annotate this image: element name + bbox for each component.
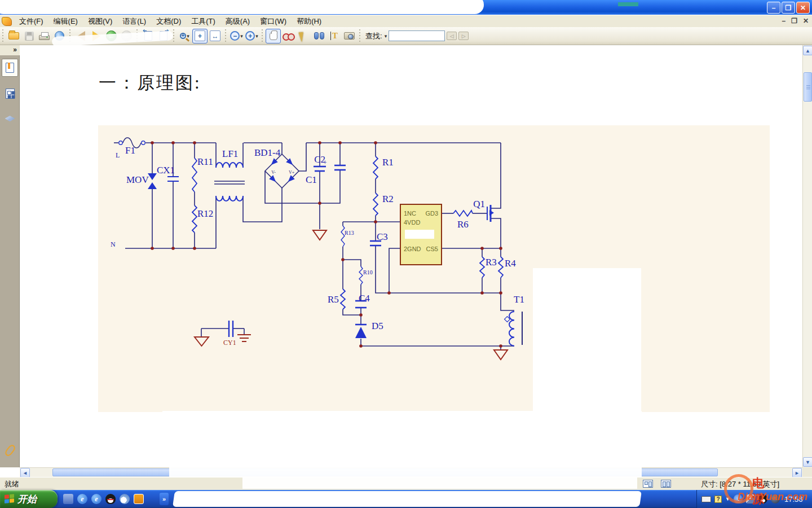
zoom-in-button[interactable]: +▾ [244,29,259,43]
svg-text:D5: D5 [372,321,383,331]
open-folder-icon [8,32,19,40]
svg-text:R5: R5 [328,294,339,305]
document-canvas[interactable]: 一：原理图: [20,45,802,467]
quicklaunch-notes-icon[interactable] [134,494,144,504]
vertical-scroll-thumb[interactable] [804,72,812,102]
snapshot-button[interactable] [342,29,357,43]
printer-icon [39,35,50,40]
window-close-button[interactable]: ✕ [796,2,810,14]
document-restore-button[interactable]: ❐ [791,17,797,25]
find-previous-button[interactable]: ◁ [447,32,457,40]
fit-page-button[interactable]: + [192,29,208,43]
start-button[interactable]: 开始 [0,490,58,508]
svg-text:LF1: LF1 [222,148,238,159]
svg-text:L: L [116,151,120,159]
hand-tool-button[interactable] [266,29,281,43]
menu-help[interactable]: 帮助(H) [292,15,326,28]
magnifier-icon [180,33,186,39]
scroll-down-button[interactable]: ▼ [803,457,812,467]
open-button[interactable] [6,29,21,43]
svg-text:GD3: GD3 [425,210,438,217]
find-input[interactable] [389,30,445,41]
menu-language[interactable]: 语言(L) [117,15,151,28]
menu-window[interactable]: 窗口(W) [255,15,292,28]
menu-document[interactable]: 文档(D) [151,15,186,28]
sidebar-expand-button[interactable]: » [0,45,20,55]
quicklaunch-browser2-icon[interactable]: e [91,494,102,504]
bookmarks-icon [6,63,14,73]
watermark-domain: DianYuan.com [738,491,807,503]
quicklaunch-messenger-icon[interactable] [63,494,73,504]
svg-text:Q1: Q1 [473,199,485,209]
sidebar-pages-tab[interactable] [2,85,18,103]
component-labels: L N F1 MOV CX1 R11 R12 LF1 BD1-4 C1 + C2… [111,145,524,347]
fit-width-button[interactable]: ↔ [208,29,223,43]
svg-text:R13: R13 [345,230,354,236]
dropdown-caret-icon[interactable]: ▾ [187,33,189,39]
sidebar-layers-tab[interactable] [2,110,18,128]
status-ready-text: 就绪 [5,479,19,489]
find-label: 查找: [365,31,382,41]
schematic-image: 1NC 4VDD 2GND GD3 CS5 [98,125,770,412]
select-tool-button[interactable] [296,29,311,43]
menu-file[interactable]: 文件(F) [14,15,48,28]
find-dropdown-caret-icon[interactable]: ▾ [385,33,387,39]
quicklaunch-browser-icon[interactable]: e [77,494,87,504]
save-floppy-icon [25,32,34,41]
text-select-icon: T [330,32,338,40]
zoom-out-button[interactable]: −▾ [229,29,244,43]
document-close-button[interactable]: ✕ [803,17,809,25]
print-button[interactable] [37,29,52,43]
svg-text:N: N [111,240,116,248]
dropdown-caret-icon[interactable]: ▾ [240,33,243,39]
sidebar-attachments-tab[interactable] [2,441,18,459]
svg-text:1NC: 1NC [404,210,416,217]
svg-text:R12: R12 [197,208,213,219]
scroll-right-button[interactable]: ► [792,468,802,478]
junction-dots [151,141,502,348]
zoom-out-icon: − [230,31,240,41]
fit-width-icon: ↔ [210,30,220,41]
document-minimize-button[interactable]: – [782,17,785,25]
svg-text:C1: C1 [306,174,317,185]
continuous-layout-button[interactable] [661,480,671,488]
camera-icon [344,32,355,40]
window-restore-button[interactable]: ❐ [782,2,795,14]
scrollbar-corner [802,467,812,477]
search-tool-button[interactable] [311,29,326,43]
single-page-layout-button[interactable] [643,480,653,488]
save-button[interactable] [21,29,37,43]
find-next-button[interactable]: ▷ [458,32,469,40]
sidebar-bookmarks-tab[interactable] [2,59,18,77]
whiteout-smudge [0,0,484,14]
quicklaunch-qq-icon[interactable] [105,494,116,504]
ground-symbols [195,230,508,360]
vertical-scrollbar[interactable]: ▲ ▼ [802,45,812,467]
taskbar-overflow-button[interactable]: » [160,493,169,505]
circuit-schematic: 1NC 4VDD 2GND GD3 CS5 [98,125,770,412]
windows-logo-icon [5,494,14,504]
app-logo-icon[interactable] [2,17,12,26]
loupe-tool-button[interactable] [281,29,296,43]
svg-text:R3: R3 [486,257,497,268]
window-minimize-button[interactable]: – [767,2,780,14]
titlebar-artifact [618,2,638,6]
toolbar-grip [358,29,362,43]
zoom-tool-button[interactable]: ▾ [177,29,192,43]
menu-edit[interactable]: 编辑(E) [48,15,83,28]
keyboard-layout-icon[interactable] [701,496,711,502]
menu-tools[interactable]: 工具(T) [186,15,220,28]
svg-text:C3: C3 [377,231,388,242]
scroll-left-button[interactable]: ◄ [20,468,30,478]
svg-text:CS5: CS5 [426,246,438,252]
svg-text:BD1-4: BD1-4 [254,147,281,158]
svg-text:2GND: 2GND [404,246,421,252]
scroll-up-button[interactable]: ▲ [803,46,812,55]
menu-view[interactable]: 视图(V) [83,15,117,28]
menu-advanced[interactable]: 高级(A) [220,15,255,28]
text-select-button[interactable]: T [326,29,342,43]
quicklaunch-cloud-icon[interactable] [120,494,130,504]
page-thumbnails-icon [6,89,15,99]
dropdown-caret-icon[interactable]: ▾ [255,33,258,39]
help-tray-icon[interactable]: ? [714,496,722,503]
